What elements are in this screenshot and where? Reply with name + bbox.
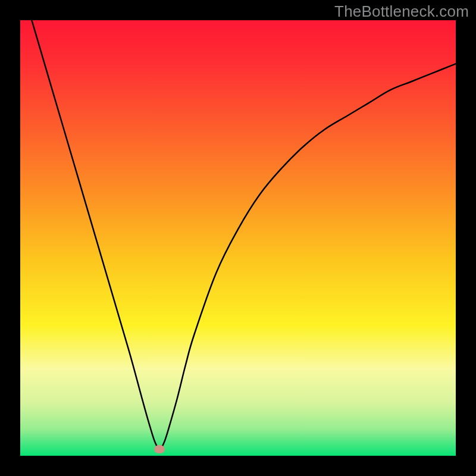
watermark-text: TheBottleneck.com — [334, 2, 469, 21]
plot-svg — [20, 20, 456, 456]
plot-area — [20, 20, 456, 456]
minimum-marker — [154, 445, 165, 453]
chart-frame: TheBottleneck.com — [0, 0, 476, 476]
gradient-background — [20, 20, 456, 456]
